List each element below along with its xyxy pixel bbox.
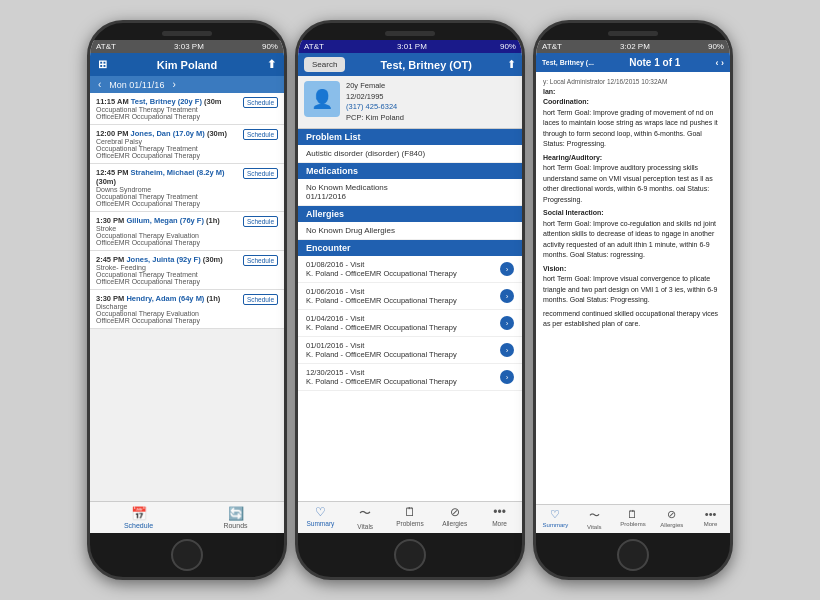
schedule-detail: Occupational Therapy Treatment — [96, 145, 278, 152]
encounter-arrow-icon[interactable]: › — [500, 343, 514, 357]
encounter-info: 01/04/2016 - Visit K. Poland - OfficeEMR… — [306, 314, 457, 332]
encounter-provider: K. Poland - OfficeEMR Occupational Thera… — [306, 377, 457, 386]
encounter-arrow-icon[interactable]: › — [500, 370, 514, 384]
right-tab-problems[interactable]: 🗒Problems — [614, 508, 653, 530]
share-icon[interactable]: ⬆ — [267, 58, 276, 71]
encounter-item[interactable]: 01/06/2016 - Visit K. Poland - OfficeEMR… — [298, 283, 522, 310]
note-section-label: Social Interaction: — [543, 208, 723, 219]
center-tab-label: Vitals — [357, 523, 373, 530]
schedule-item[interactable]: Schedule 11:15 AM Test, Britney (20y F) … — [90, 93, 284, 125]
center-nav-title: Test, Britney (OT) — [349, 59, 503, 71]
center-tab-vitals[interactable]: 〜Vitals — [343, 505, 388, 530]
tab-label: Rounds — [223, 522, 247, 529]
section-header: Problem List — [298, 129, 522, 145]
right-home-button[interactable] — [617, 539, 649, 571]
grid-icon[interactable]: ⊞ — [98, 58, 107, 71]
encounter-arrow-icon[interactable]: › — [500, 262, 514, 276]
encounter-item[interactable]: 12/30/2015 - Visit K. Poland - OfficeEMR… — [298, 364, 522, 391]
right-tab-vitals[interactable]: 〜Vitals — [575, 508, 614, 530]
schedule-item[interactable]: Schedule 12:00 PM Jones, Dan (17.0y M) (… — [90, 125, 284, 164]
center-tab-summary[interactable]: ♡Summary — [298, 505, 343, 530]
right-back-label[interactable]: Test, Britney (... — [542, 59, 594, 66]
center-nav-bar: Search Test, Britney (OT) ⬆ — [298, 53, 522, 76]
center-tab-more[interactable]: •••More — [477, 505, 522, 530]
left-time: 3:03 PM — [174, 42, 204, 51]
encounter-item[interactable]: 01/04/2016 - Visit K. Poland - OfficeEMR… — [298, 310, 522, 337]
left-home-button[interactable] — [171, 539, 203, 571]
note-content: y: Local Administrator 12/16/2015 10:32A… — [536, 72, 730, 504]
center-speaker — [385, 31, 435, 36]
encounter-date: 12/30/2015 - Visit — [306, 368, 457, 377]
section-content: No Known Drug Allergies — [298, 222, 522, 240]
center-home-button[interactable] — [394, 539, 426, 571]
encounter-item[interactable]: 01/08/2016 - Visit K. Poland - OfficeEMR… — [298, 256, 522, 283]
note-section-label: Coordination: — [543, 97, 723, 108]
center-tab-allergies[interactable]: ⊘Allergies — [432, 505, 477, 530]
note-section-label: Vision: — [543, 264, 723, 275]
schedule-btn[interactable]: Schedule — [243, 97, 278, 108]
schedule-btn[interactable]: Schedule — [243, 129, 278, 140]
schedule-item[interactable]: Schedule 1:30 PM Gillum, Megan (76y F) (… — [90, 212, 284, 251]
center-tab-label: Summary — [306, 520, 334, 527]
encounter-date: 01/06/2016 - Visit — [306, 287, 457, 296]
right-time: 3:02 PM — [620, 42, 650, 51]
encounter-provider: K. Poland - OfficeEMR Occupational Thera… — [306, 296, 457, 305]
right-nav-bar: Test, Britney (... Note 1 of 1 ‹ › — [536, 53, 730, 72]
right-tab-label: Vitals — [587, 524, 602, 530]
left-battery: 90% — [262, 42, 278, 51]
right-tab-more[interactable]: •••More — [691, 508, 730, 530]
tab-label: Schedule — [124, 522, 153, 529]
left-chevron-icon[interactable]: ‹ — [98, 79, 101, 90]
encounter-info: 01/08/2016 - Visit K. Poland - OfficeEMR… — [306, 260, 457, 278]
encounter-info: 12/30/2015 - Visit K. Poland - OfficeEMR… — [306, 368, 457, 386]
right-tab-icon: ⊘ — [667, 508, 676, 521]
center-tab-label: More — [492, 520, 507, 527]
schedule-patient: Jones, Juinta (92y F) — [126, 255, 200, 264]
tab-icon: 📅 — [131, 506, 147, 521]
right-nav-arrows[interactable]: ‹ › — [716, 58, 725, 68]
right-tab-summary[interactable]: ♡Summary — [536, 508, 575, 530]
patient-phone[interactable]: (317) 425-6324 — [346, 102, 404, 113]
encounter-date: 01/04/2016 - Visit — [306, 314, 457, 323]
encounter-provider: K. Poland - OfficeEMR Occupational Thera… — [306, 269, 457, 278]
schedule-detail: OfficeEMR Occupational Therapy — [96, 278, 278, 285]
right-tab-allergies[interactable]: ⊘Allergies — [652, 508, 691, 530]
section-content: No Known Medications 01/11/2016 — [298, 179, 522, 206]
encounter-provider: K. Poland - OfficeEMR Occupational Thera… — [306, 350, 457, 359]
right-tab-icon: ♡ — [550, 508, 560, 521]
right-tab-icon: 〜 — [589, 508, 600, 523]
schedule-patient: Gillum, Megan (76y F) — [126, 216, 204, 225]
encounter-info: 01/06/2016 - Visit K. Poland - OfficeEMR… — [306, 287, 457, 305]
schedule-btn[interactable]: Schedule — [243, 216, 278, 227]
left-nav-title: Kim Poland — [107, 59, 267, 71]
tab-rounds[interactable]: 🔄Rounds — [187, 506, 284, 529]
schedule-detail: OfficeEMR Occupational Therapy — [96, 317, 278, 324]
center-carrier: AT&T — [304, 42, 324, 51]
right-carrier: AT&T — [542, 42, 562, 51]
search-button[interactable]: Search — [304, 57, 345, 72]
schedule-btn[interactable]: Schedule — [243, 294, 278, 305]
schedule-btn[interactable]: Schedule — [243, 168, 278, 179]
left-tab-bar: 📅Schedule🔄Rounds — [90, 501, 284, 533]
encounter-arrow-icon[interactable]: › — [500, 316, 514, 330]
center-share-icon[interactable]: ⬆ — [507, 58, 516, 71]
center-tab-bar: ♡Summary〜Vitals🗒Problems⊘Allergies•••Mor… — [298, 501, 522, 533]
schedule-item[interactable]: Schedule 2:45 PM Jones, Juinta (92y F) (… — [90, 251, 284, 290]
patient-avatar: 👤 — [304, 81, 340, 117]
schedule-item[interactable]: Schedule 12:45 PM Straheim, Michael (8.2… — [90, 164, 284, 212]
schedule-btn[interactable]: Schedule — [243, 255, 278, 266]
center-phone: AT&T 3:01 PM 90% Search Test, Britney (O… — [295, 20, 525, 580]
center-tab-problems[interactable]: 🗒Problems — [388, 505, 433, 530]
right-chevron-icon[interactable]: › — [172, 79, 175, 90]
left-screen: AT&T 3:03 PM 90% ⊞ Kim Poland ⬆ ‹ Mon 01… — [90, 40, 284, 533]
tab-schedule[interactable]: 📅Schedule — [90, 506, 187, 529]
center-tab-label: Problems — [396, 520, 423, 527]
encounter-arrow-icon[interactable]: › — [500, 289, 514, 303]
schedule-item[interactable]: Schedule 3:30 PM Hendry, Adam (64y M) (1… — [90, 290, 284, 329]
section-header: Medications — [298, 163, 522, 179]
right-screen: AT&T 3:02 PM 90% Test, Britney (... Note… — [536, 40, 730, 533]
left-schedule-list: Schedule 11:15 AM Test, Britney (20y F) … — [90, 93, 284, 501]
encounter-item[interactable]: 01/01/2016 - Visit K. Poland - OfficeEMR… — [298, 337, 522, 364]
center-tab-label: Allergies — [442, 520, 467, 527]
patient-details: 20y Female 12/02/1995 (317) 425-6324 PCP… — [346, 81, 404, 123]
